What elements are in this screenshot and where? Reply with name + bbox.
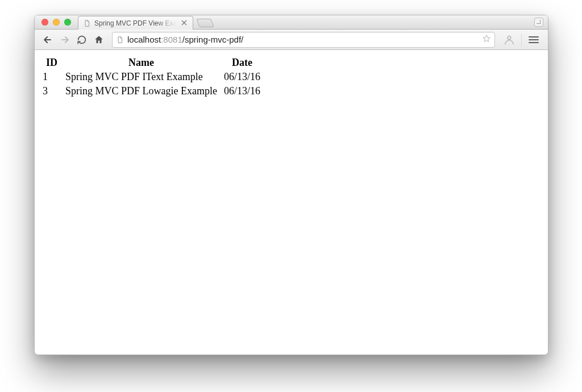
url-port: :8081: [161, 35, 182, 44]
cell-name: Spring MVC PDF IText Example: [62, 70, 221, 84]
window-close-button[interactable]: [41, 19, 48, 26]
new-tab-button[interactable]: [196, 19, 214, 27]
forward-button[interactable]: [57, 32, 72, 47]
window-controls: [39, 15, 73, 29]
svg-point-0: [508, 36, 511, 39]
window-minimize-button[interactable]: [53, 19, 60, 26]
url-text: localhost:8081/spring-mvc-pdf/: [127, 35, 243, 44]
titlebar: Spring MVC PDF View Exa: [35, 15, 548, 30]
arrow-right-icon: [59, 34, 70, 45]
bookmark-button[interactable]: [482, 34, 491, 45]
file-icon: [83, 19, 91, 27]
tabstrip: Spring MVC PDF View Exa: [78, 15, 213, 29]
data-table: ID Name Date 1 Spring MVC PDF IText Exam…: [41, 56, 264, 98]
table-header-row: ID Name Date: [41, 56, 264, 70]
hamburger-icon: [529, 36, 539, 44]
page-viewport: ID Name Date 1 Spring MVC PDF IText Exam…: [35, 50, 548, 104]
star-icon: [482, 34, 491, 43]
col-date: Date: [221, 56, 264, 70]
cell-name: Spring MVC PDF Lowagie Example: [62, 84, 221, 98]
menu-button[interactable]: [525, 32, 542, 47]
address-bar[interactable]: localhost:8081/spring-mvc-pdf/: [112, 32, 495, 48]
table-row: 1 Spring MVC PDF IText Example 06/13/16: [41, 70, 264, 84]
home-icon: [94, 35, 104, 45]
home-button[interactable]: [92, 32, 106, 47]
browser-window: Spring MVC PDF View Exa: [34, 15, 548, 355]
toolbar-separator: [521, 34, 522, 46]
cell-id: 3: [41, 84, 62, 98]
table-row: 3 Spring MVC PDF Lowagie Example 06/13/1…: [41, 84, 264, 98]
close-icon: [181, 20, 187, 26]
back-button[interactable]: [40, 32, 55, 47]
user-button[interactable]: [501, 32, 518, 47]
tab-title: Spring MVC PDF View Exa: [94, 19, 177, 27]
arrow-left-icon: [42, 34, 53, 45]
col-id: ID: [41, 56, 62, 70]
col-name: Name: [62, 56, 221, 70]
reload-icon: [77, 35, 87, 45]
toolbar: localhost:8081/spring-mvc-pdf/: [35, 30, 548, 50]
cell-id: 1: [41, 70, 62, 84]
url-path: /spring-mvc-pdf/: [182, 35, 244, 44]
browser-tab[interactable]: Spring MVC PDF View Exa: [78, 16, 193, 30]
user-icon: [503, 35, 516, 45]
page-icon: [116, 36, 124, 44]
cell-date: 06/13/16: [221, 70, 264, 84]
url-host: localhost: [127, 35, 161, 44]
cell-date: 06/13/16: [221, 84, 264, 98]
toggle-fullscreen-button[interactable]: [534, 18, 543, 27]
window-zoom-button[interactable]: [64, 19, 71, 26]
tab-close-button[interactable]: [180, 19, 188, 27]
reload-button[interactable]: [74, 32, 89, 47]
